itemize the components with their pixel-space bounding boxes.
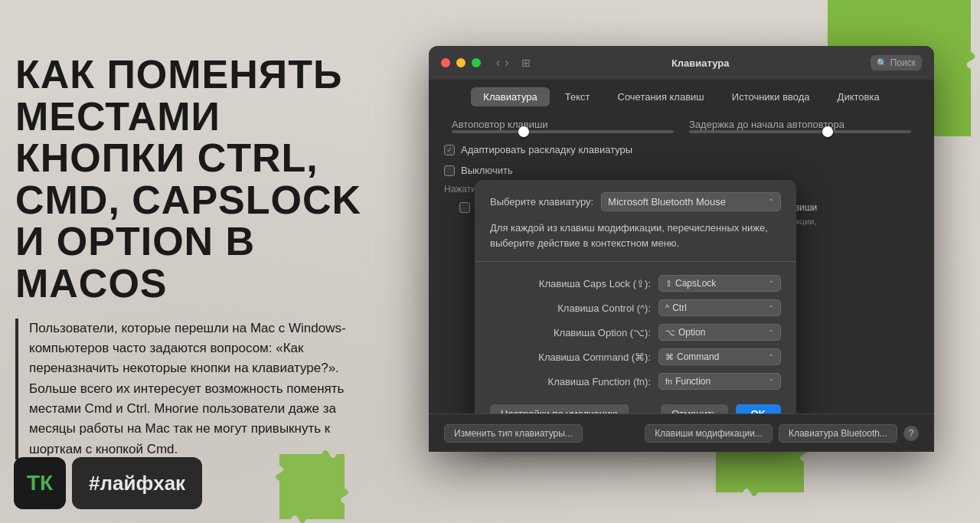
search-area[interactable]: 🔍 Поиск (871, 55, 922, 70)
used-checkbox[interactable] (459, 202, 470, 213)
slider2-section: Задержка до начала автоповтора (689, 119, 911, 133)
nav-back-button[interactable]: ‹ (496, 56, 500, 70)
slider2-thumb[interactable] (822, 126, 833, 137)
minimize-button[interactable] (456, 58, 466, 67)
adaptive-checkbox-row[interactable]: Адаптировать раскладку клавиатуры (429, 139, 934, 160)
tab-dictation[interactable]: Диктовка (825, 87, 892, 106)
help-button[interactable]: ? (903, 426, 919, 441)
dropdown-chevron-icon: ⌃ (768, 198, 774, 206)
mac-window: ‹ › ⊞ Клавиатура 🔍 Поиск Клавиатура Текс… (429, 46, 934, 452)
capslock-select[interactable]: ⇪CapsLock ⌃ (658, 275, 781, 292)
slider1-label: Автоповтор клавиши (452, 119, 674, 130)
modal-description: Для каждой из клавиш модификации, перечи… (475, 221, 796, 261)
modal-select-row: Выберите клавиатуру: Microsoft Bluetooth… (475, 180, 796, 221)
main-title: КАК ПОМЕНЯТЬ МЕСТАМИ КНОПКИ CTRL, CMD, C… (15, 54, 368, 305)
capslock-value: CapsLock (675, 278, 716, 289)
nav-forward-button[interactable]: › (505, 56, 508, 70)
keyboard-select-dropdown[interactable]: Microsoft Bluetooth Mouse ⌃ (601, 192, 781, 211)
control-value: Ctrl (672, 302, 687, 313)
adaptive-checkbox[interactable] (444, 145, 455, 155)
control-select[interactable]: ^Ctrl ⌃ (658, 299, 781, 316)
tabs-bar: Клавиатура Текст Сочетания клавиш Источн… (429, 80, 934, 113)
key-row-command: Клавиша Command (⌘): ⌘Command ⌃ (475, 345, 796, 369)
control-label: Клавиша Control (^): (490, 302, 651, 314)
disable-checkbox-row[interactable]: Выключить (429, 160, 934, 181)
grid-icon: ⊞ (521, 57, 531, 69)
function-badge: fn (665, 377, 672, 386)
function-value: Function (675, 376, 710, 387)
maximize-button[interactable] (472, 58, 481, 67)
tag-box: #лайфхак (72, 457, 202, 509)
help-icon: ? (909, 428, 914, 439)
slider2-label: Задержка до начала автоповтора (689, 119, 911, 130)
slider1-thumb[interactable] (518, 126, 529, 137)
key-row-capslock: Клавиша Caps Lock (⇪): ⇪CapsLock ⌃ (475, 271, 796, 296)
modal-select-label: Выберите клавиатуру: (490, 196, 593, 208)
capslock-badge: ⇪ (665, 279, 672, 288)
option-value: Option (678, 327, 705, 338)
option-label: Клавиша Option (⌥): (490, 327, 651, 338)
disable-checkbox[interactable] (444, 165, 455, 176)
search-placeholder-text: Поиск (890, 57, 916, 68)
logo-icon: ТК (27, 471, 53, 495)
control-chevron-icon: ⌃ (768, 304, 774, 312)
key-row-control: Клавиша Control (^): ^Ctrl ⌃ (475, 296, 796, 320)
command-chevron-icon: ⌃ (768, 353, 774, 361)
key-row-option: Клавиша Option (⌥): ⌥Option ⌃ (475, 320, 796, 345)
bluetooth-keyboard-button[interactable]: Клавиатура Bluetooth... (779, 424, 897, 443)
nav-arrows: ‹ › (496, 56, 509, 70)
keyboard-select-value: Microsoft Bluetooth Mouse (608, 196, 726, 208)
search-icon: 🔍 (877, 58, 887, 68)
control-badge: ^ (665, 303, 669, 312)
modal-divider (475, 261, 796, 262)
left-panel: КАК ПОМЕНЯТЬ МЕСТАМИ КНОПКИ CTRL, CMD, C… (15, 54, 368, 475)
option-select[interactable]: ⌥Option ⌃ (658, 324, 781, 341)
mod-keys-button[interactable]: Клавиши модификации... (645, 424, 773, 443)
command-label: Клавиша Command (⌘): (490, 351, 651, 363)
close-button[interactable] (441, 58, 450, 67)
slider1-track[interactable] (452, 130, 674, 133)
logo-box: ТК (14, 457, 66, 509)
bottom-bar: ТК #лайфхак (14, 457, 202, 509)
tab-keyboard[interactable]: Клавиатура (471, 87, 549, 106)
change-keyboard-type-button[interactable]: Изменить тип клавиатуры... (444, 424, 583, 443)
command-select[interactable]: ⌘Command ⌃ (658, 348, 781, 365)
command-badge: ⌘ (665, 352, 674, 361)
capslock-label: Клавиша Caps Lock (⇪): (490, 278, 651, 289)
window-bottom-bar: Изменить тип клавиатуры... Клавиши модиф… (429, 413, 934, 452)
function-label: Клавиша Function (fn): (490, 376, 651, 387)
adaptive-checkbox-label: Адаптировать раскладку клавиатуры (461, 144, 632, 155)
sliders-row: Автоповтор клавиши Задержка до начала ав… (429, 113, 934, 139)
title-bar: ‹ › ⊞ Клавиатура 🔍 Поиск (429, 46, 934, 80)
disable-checkbox-label: Выключить (461, 165, 513, 176)
command-value: Command (677, 351, 719, 362)
tag-text: #лайфхак (89, 472, 185, 495)
modal-dialog: Выберите клавиатуру: Microsoft Bluetooth… (475, 180, 796, 436)
function-select[interactable]: fnFunction ⌃ (658, 373, 781, 390)
tab-input-sources[interactable]: Источники ввода (720, 87, 822, 106)
tab-text[interactable]: Текст (553, 87, 603, 106)
key-row-function: Клавиша Function (fn): fnFunction ⌃ (475, 369, 796, 394)
slider1-section: Автоповтор клавиши (452, 119, 674, 133)
option-chevron-icon: ⌃ (768, 329, 774, 337)
function-chevron-icon: ⌃ (768, 378, 774, 386)
capslock-chevron-icon: ⌃ (768, 279, 774, 288)
window-title: Клавиатура (537, 57, 864, 69)
slider2-track[interactable] (689, 130, 911, 133)
subtitle-block: Пользователи, которые перешли на Mac с W… (15, 319, 368, 459)
bottom-right-buttons: Клавиши модификации... Клавиатура Blueto… (645, 424, 919, 443)
subtitle-text: Пользователи, которые перешли на Mac с W… (29, 319, 368, 459)
tab-shortcuts[interactable]: Сочетания клавиш (606, 87, 717, 106)
option-badge: ⌥ (665, 328, 675, 337)
